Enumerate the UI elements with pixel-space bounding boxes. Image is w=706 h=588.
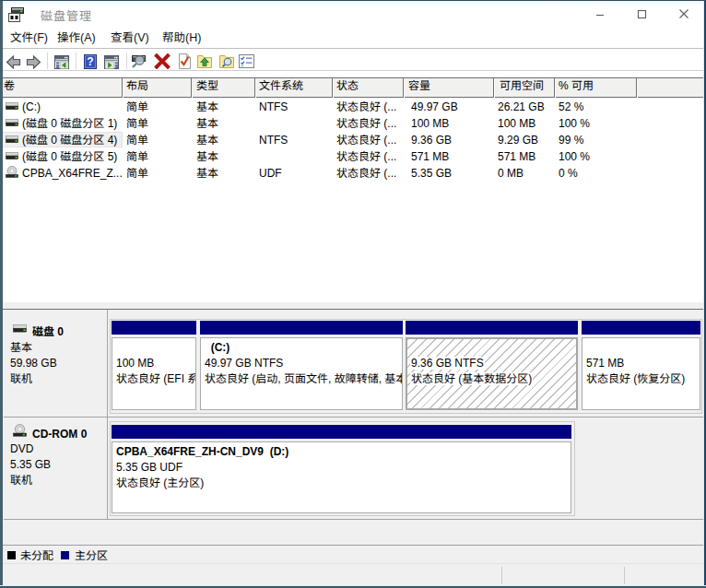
svg-text:?: ?: [87, 55, 93, 68]
